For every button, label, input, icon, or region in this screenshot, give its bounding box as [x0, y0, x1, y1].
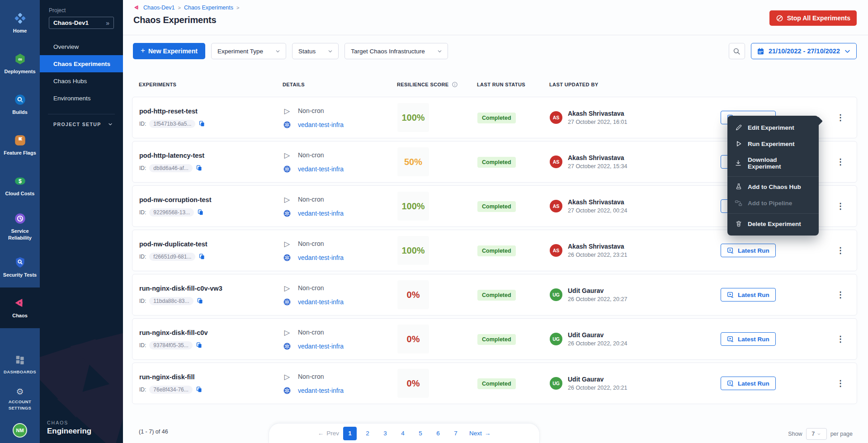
- status-badge: Completed: [477, 201, 516, 212]
- project-name: Chaos-Dev1: [53, 19, 89, 26]
- latest-run-button[interactable]: Latest Run: [721, 244, 776, 257]
- infrastructure-link[interactable]: vedant-test-infra: [298, 343, 344, 350]
- rail-item-feature-flags[interactable]: Feature Flags: [0, 125, 40, 165]
- filter-experiment-type[interactable]: Experiment Type: [211, 43, 286, 59]
- calendar-icon: [757, 47, 764, 55]
- latest-run-button[interactable]: Latest Run: [721, 377, 776, 390]
- experiment-name[interactable]: run-nginx-disk-fill-c0v: [139, 329, 283, 336]
- project-selector[interactable]: Chaos-Dev1 »: [49, 17, 114, 29]
- rail-item-deployments[interactable]: ∞ Deployments: [0, 43, 40, 84]
- latest-run-button[interactable]: Latest Run: [721, 288, 776, 302]
- experiment-name[interactable]: pod-http-reset-test: [139, 108, 283, 115]
- search-button[interactable]: [729, 43, 745, 59]
- updated-timestamp: 26 October 2022, 20:21: [568, 385, 627, 391]
- copy-icon[interactable]: [197, 297, 203, 304]
- page-size-select[interactable]: 7: [806, 428, 827, 440]
- experiment-id: db8d6a46-af...: [149, 164, 192, 172]
- experiment-id: 76e8f434-76...: [149, 386, 192, 394]
- breadcrumb-link-experiments[interactable]: Chaos Experiments: [184, 5, 233, 11]
- sidebar-item-environments[interactable]: Environments: [40, 90, 123, 107]
- menu-item-delete-experiment[interactable]: Delete Experiment: [727, 216, 819, 232]
- kebab-menu-icon[interactable]: ⋮: [833, 377, 848, 390]
- id-label: ID:: [139, 165, 146, 171]
- non-cron-icon: ▷: [283, 240, 291, 248]
- project-label: Project: [49, 7, 114, 14]
- next-page-button[interactable]: Next →: [469, 430, 491, 437]
- filter-status[interactable]: Status: [292, 43, 339, 59]
- rail-item-security-tests[interactable]: Security Tests: [0, 247, 40, 287]
- new-experiment-button[interactable]: + New Experiment: [133, 43, 205, 59]
- kebab-menu-icon[interactable]: ⋮: [833, 111, 848, 124]
- copy-icon[interactable]: [198, 120, 205, 127]
- rail-item-chaos[interactable]: Chaos: [0, 287, 40, 328]
- stop-all-experiments-button[interactable]: Stop All Experiments: [769, 10, 857, 26]
- rail-item-dashboards[interactable]: DASHBOARDS: [4, 355, 36, 375]
- infrastructure-link[interactable]: vedant-test-infra: [298, 254, 344, 261]
- kebab-menu-icon[interactable]: ⋮: [833, 156, 848, 168]
- filter-target-infrastructure[interactable]: Target Chaos Infrastructure: [344, 43, 448, 59]
- prev-page-button[interactable]: ← Prev: [318, 430, 339, 437]
- page-button-3[interactable]: 3: [378, 427, 392, 440]
- pagination: ← Prev 1234567 Next →: [269, 423, 540, 443]
- page-button-5[interactable]: 5: [414, 427, 427, 440]
- rail-item-home[interactable]: Home: [0, 3, 40, 43]
- kubernetes-icon: [283, 121, 291, 129]
- menu-item-edit-experiment[interactable]: Edit Experiment: [727, 119, 819, 136]
- experiment-id: 11bda88c-83...: [149, 297, 193, 305]
- page-button-7[interactable]: 7: [449, 427, 462, 440]
- column-resilience-score: RESILIENCE SCORE: [397, 81, 477, 88]
- page-button-1[interactable]: 1: [343, 427, 357, 440]
- collapse-chevron-icon[interactable]: »: [106, 19, 109, 27]
- user-avatar[interactable]: NM: [13, 423, 27, 438]
- breadcrumb-link-project[interactable]: Chaos-Dev1: [143, 5, 175, 11]
- infrastructure-link[interactable]: vedant-test-infra: [298, 165, 344, 173]
- security-tests-icon: [14, 256, 26, 269]
- page-button-2[interactable]: 2: [361, 427, 374, 440]
- updated-timestamp: 27 October 2022, 15:34: [568, 163, 627, 170]
- menu-item-run-experiment[interactable]: Run Experiment: [727, 136, 819, 152]
- non-cron-icon: ▷: [283, 107, 291, 115]
- copy-icon[interactable]: [197, 209, 204, 216]
- page-button-6[interactable]: 6: [431, 427, 445, 440]
- resilience-score: 0%: [397, 325, 429, 353]
- pagination-summary: (1 - 7) of 46: [139, 429, 168, 435]
- rail-item-builds[interactable]: Builds: [0, 84, 40, 125]
- infrastructure-link[interactable]: vedant-test-infra: [298, 298, 344, 306]
- infrastructure-link[interactable]: vedant-test-infra: [298, 210, 344, 217]
- experiment-name[interactable]: pod-nw-corruption-test: [139, 196, 283, 203]
- page-button-4[interactable]: 4: [396, 427, 410, 440]
- chevron-down-icon: [108, 122, 113, 127]
- sidebar-item-chaos-experiments[interactable]: Chaos Experiments: [40, 55, 123, 72]
- run-icon: [727, 291, 734, 298]
- rail-item-account-settings[interactable]: ⚙ACCOUNT SETTINGS: [4, 387, 36, 412]
- experiment-name[interactable]: pod-http-latency-test: [139, 152, 283, 159]
- info-icon[interactable]: [452, 81, 458, 88]
- column-details: DETAILS: [283, 82, 397, 87]
- svg-text:∞: ∞: [18, 56, 22, 62]
- copy-icon[interactable]: [196, 165, 203, 171]
- kebab-menu-icon[interactable]: ⋮: [833, 333, 848, 345]
- menu-item-download-experiment[interactable]: Download Experiment: [727, 152, 819, 174]
- copy-icon[interactable]: [198, 253, 205, 260]
- sidebar-item-chaos-hubs[interactable]: Chaos Hubs: [40, 72, 123, 90]
- menu-item-add-to-chaos-hub[interactable]: Add to Chaos Hub: [727, 179, 819, 195]
- experiment-name[interactable]: pod-nw-duplicate-test: [139, 240, 283, 248]
- experiment-name[interactable]: run-nginx-disk-fill: [139, 373, 283, 381]
- resilience-score: 0%: [397, 369, 429, 398]
- infrastructure-link[interactable]: vedant-test-infra: [298, 121, 344, 128]
- kebab-menu-icon[interactable]: ⋮: [833, 244, 848, 257]
- latest-run-button[interactable]: Latest Run: [721, 332, 776, 346]
- experiment-name[interactable]: run-nginx-disk-fill-c0v-vw3: [139, 285, 283, 292]
- copy-icon[interactable]: [196, 342, 203, 349]
- updated-timestamp: 27 October 2022, 16:01: [568, 119, 627, 125]
- copy-icon[interactable]: [196, 386, 203, 393]
- kebab-menu-icon[interactable]: ⋮: [833, 200, 848, 212]
- main-content: Chaos-Dev1 > Chaos Experiments > Chaos E…: [123, 0, 868, 443]
- rail-item-cloud-costs[interactable]: $ Cloud Costs: [0, 165, 40, 206]
- project-setup-section[interactable]: PROJECT SETUP: [40, 122, 123, 127]
- sidebar-item-overview[interactable]: Overview: [40, 38, 123, 55]
- infrastructure-link[interactable]: vedant-test-infra: [298, 387, 344, 394]
- kebab-menu-icon[interactable]: ⋮: [833, 288, 848, 301]
- rail-item-service-reliability[interactable]: Service Reliability: [0, 206, 40, 247]
- date-range-picker[interactable]: 21/10/2022 - 27/10/2022: [751, 43, 857, 59]
